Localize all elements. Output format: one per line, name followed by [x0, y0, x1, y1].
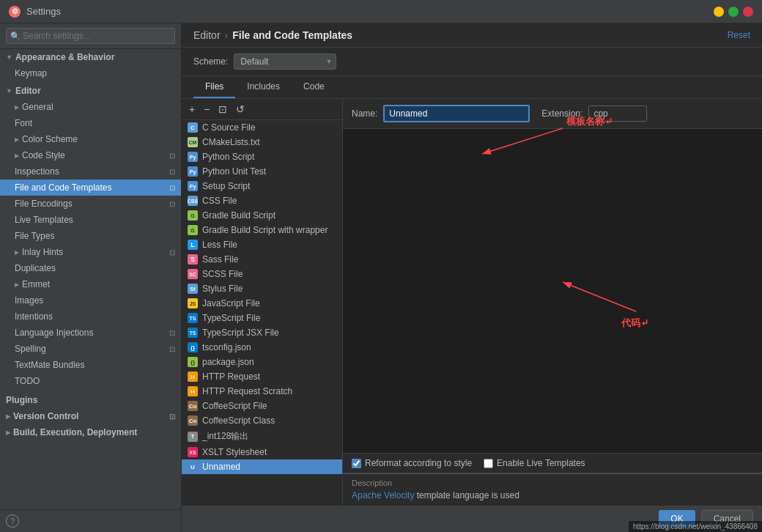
sidebar-section-plugins[interactable]: Plugins: [0, 392, 181, 408]
scheme-select[interactable]: Default Custom: [234, 53, 336, 70]
list-item[interactable]: L Less File: [182, 237, 342, 252]
sidebar-item-label: Inlay Hints: [22, 247, 63, 257]
tab-files[interactable]: Files: [193, 76, 235, 98]
list-item[interactable]: JS JavaScript File: [182, 296, 342, 311]
list-item[interactable]: Py Python Unit Test: [182, 164, 342, 179]
sidebar-item-font[interactable]: Font: [0, 115, 181, 131]
description-label: Description: [352, 479, 753, 487]
maximize-button[interactable]: [728, 7, 739, 17]
reformat-label: Reformat according to style: [365, 458, 472, 468]
list-item[interactable]: Co CoffeeScript Class: [182, 413, 342, 428]
sidebar-item-inlay-hints[interactable]: ▶ Inlay Hints ⊡: [0, 244, 181, 260]
live-templates-checkbox-wrap[interactable]: Enable Live Templates: [484, 458, 585, 468]
list-item[interactable]: Py Setup Script: [182, 179, 342, 193]
sidebar-item-label: General: [22, 102, 53, 112]
file-type-icon: G: [188, 225, 198, 235]
file-type-icon: Co: [188, 415, 198, 426]
tab-includes[interactable]: Includes: [235, 76, 292, 98]
sidebar-item-inspections[interactable]: Inspections ⊡: [0, 163, 181, 180]
right-panel: Name: Extension: Reformat according to s…: [343, 99, 762, 505]
sidebar-item-images[interactable]: Images: [0, 292, 181, 309]
list-item[interactable]: TS TypeScript File: [182, 311, 342, 325]
expand-icon: ▼: [6, 87, 12, 95]
list-item[interactable]: {} tsconfig.json: [182, 340, 342, 355]
file-item-name: Setup Script: [202, 181, 250, 191]
scheme-row: Scheme: Default Custom ▼: [182, 48, 762, 76]
apache-velocity-link[interactable]: Apache Velocity: [352, 490, 414, 500]
list-item[interactable]: {} package.json: [182, 355, 342, 369]
list-item-unnamed[interactable]: U Unnamed: [182, 459, 342, 474]
sidebar-item-editor[interactable]: ▼ Editor: [0, 83, 181, 99]
sidebar-item-label: TODO: [15, 376, 40, 386]
sidebar-item-general[interactable]: ▶ General: [0, 99, 181, 115]
extension-input[interactable]: [588, 106, 647, 122]
sidebar-item-textmate-bundles[interactable]: TextMate Bundles: [0, 357, 181, 373]
name-label: Name:: [352, 108, 377, 119]
sidebar-item-emmet[interactable]: ▶ Emmet: [0, 276, 181, 292]
copy-button[interactable]: ⊡: [215, 102, 230, 117]
list-item[interactable]: C C Source File: [182, 120, 342, 135]
list-item[interactable]: T _int128输出: [182, 428, 342, 445]
app-icon: ⚙: [9, 6, 21, 18]
minimize-button[interactable]: [714, 7, 724, 17]
sidebar-item-file-types[interactable]: File Types: [0, 228, 181, 244]
list-item[interactable]: Py Python Script: [182, 149, 342, 164]
window-title: Settings: [26, 6, 714, 17]
close-button[interactable]: [743, 7, 753, 17]
reset-button[interactable]: Reset: [728, 30, 750, 40]
tab-code[interactable]: Code: [292, 76, 336, 98]
file-type-icon: C: [188, 122, 198, 133]
sidebar-item-todo[interactable]: TODO: [0, 373, 181, 389]
list-item[interactable]: CM CMakeLists.txt: [182, 135, 342, 149]
sidebar-item-live-templates[interactable]: Live Templates: [0, 212, 181, 228]
tabs-row: Files Includes Code: [182, 76, 762, 99]
sidebar-item-keymap[interactable]: Keymap: [0, 65, 181, 81]
list-item[interactable]: G Gradle Build Script: [182, 208, 342, 223]
sidebar-item-file-encodings[interactable]: File Encodings ⊡: [0, 196, 181, 212]
window-controls: [714, 7, 753, 17]
search-input[interactable]: [6, 28, 175, 44]
breadcrumb-current: File and Code Templates: [232, 29, 352, 41]
sidebar-item-version-control[interactable]: ▶ Version Control ⊡: [0, 408, 181, 424]
list-item[interactable]: Co CoffeeScript File: [182, 399, 342, 413]
sidebar-item-build[interactable]: ▶ Build, Execution, Deployment: [0, 424, 181, 440]
file-item-name: SCSS File: [202, 269, 243, 279]
list-item[interactable]: TS TypeScript JSX File: [182, 325, 342, 340]
badge-icon: ⊡: [169, 248, 175, 256]
badge-icon: ⊡: [169, 413, 175, 421]
sidebar-item-spelling[interactable]: Spelling ⊡: [0, 341, 181, 357]
name-input[interactable]: [383, 105, 530, 122]
list-item[interactable]: SC SCSS File: [182, 267, 342, 281]
file-type-icon: CM: [188, 137, 198, 147]
reset-template-button[interactable]: ↺: [233, 102, 248, 117]
list-item[interactable]: S Sass File: [182, 252, 342, 267]
list-item[interactable]: CSS CSS File: [182, 193, 342, 208]
file-type-icon: CSS: [188, 196, 198, 206]
add-button[interactable]: +: [186, 102, 198, 117]
sidebar-item-duplicates[interactable]: Duplicates: [0, 260, 181, 276]
list-item[interactable]: XS XSLT Stylesheet: [182, 445, 342, 459]
sidebar-item-label: Build, Execution, Deployment: [13, 427, 137, 437]
file-type-icon: {}: [188, 342, 198, 352]
sidebar-item-label: Code Style: [22, 150, 65, 160]
file-item-name: CMakeLists.txt: [202, 137, 260, 147]
file-item-name: Less File: [202, 240, 237, 250]
sidebar-item-intentions[interactable]: Intentions: [0, 309, 181, 325]
sidebar-item-file-and-code-templates[interactable]: File and Code Templates ⊡: [0, 180, 181, 196]
list-item[interactable]: H HTTP Request: [182, 369, 342, 384]
live-templates-checkbox[interactable]: [484, 459, 493, 468]
reformat-checkbox[interactable]: [352, 459, 361, 468]
reformat-checkbox-wrap[interactable]: Reformat according to style: [352, 458, 472, 468]
list-item[interactable]: St Stylus File: [182, 281, 342, 296]
sidebar-item-appearance[interactable]: ▼ Appearance & Behavior: [0, 49, 181, 65]
code-editor[interactable]: [343, 129, 762, 453]
help-button[interactable]: ?: [6, 514, 19, 528]
list-item[interactable]: H HTTP Request Scratch: [182, 384, 342, 399]
sidebar-item-code-style[interactable]: ▶ Code Style ⊡: [0, 147, 181, 163]
remove-button[interactable]: −: [201, 102, 212, 117]
file-item-name: Python Unit Test: [202, 166, 266, 177]
list-item[interactable]: G Gradle Build Script with wrapper: [182, 223, 342, 237]
sidebar-item-color-scheme[interactable]: ▶ Color Scheme: [0, 131, 181, 147]
file-type-icon: H: [188, 372, 198, 382]
sidebar-item-language-injections[interactable]: Language Injections ⊡: [0, 325, 181, 341]
